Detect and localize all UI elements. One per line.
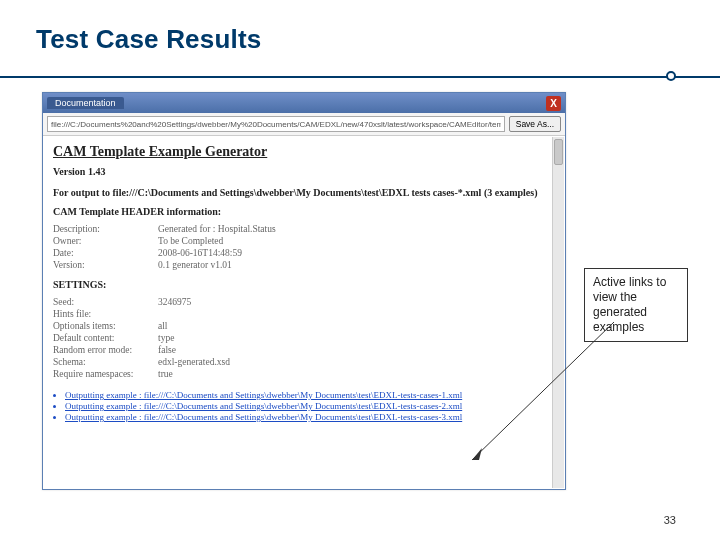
kv-val: Generated for : Hospital.Status xyxy=(158,223,282,235)
callout-box: Active links to view the generated examp… xyxy=(584,268,688,342)
table-row: Random error mode:false xyxy=(53,344,236,356)
table-row: Optionals items:all xyxy=(53,320,236,332)
kv-val: 0.1 generator v1.01 xyxy=(158,259,282,271)
table-row: Date:2008-06-16T14:48:59 xyxy=(53,247,282,259)
doc-output-line: For output to file:///C:\Documents and S… xyxy=(53,187,555,198)
table-row: Default content:type xyxy=(53,332,236,344)
kv-val: all xyxy=(158,320,236,332)
generated-link[interactable]: Outputting example : file:///C:\Document… xyxy=(65,390,555,400)
kv-key: Schema: xyxy=(53,356,158,368)
kv-key: Owner: xyxy=(53,235,158,247)
kv-key: Default content: xyxy=(53,332,158,344)
kv-key: Seed: xyxy=(53,296,158,308)
kv-key: Optionals items: xyxy=(53,320,158,332)
generated-links-list: Outputting example : file:///C:\Document… xyxy=(65,390,555,422)
header-info-table: Description:Generated for : Hospital.Sta… xyxy=(53,223,282,271)
settings-table: Seed:3246975 Hints file: Optionals items… xyxy=(53,296,236,380)
kv-val: true xyxy=(158,368,236,380)
kv-val: To be Completed xyxy=(158,235,282,247)
page-number: 33 xyxy=(664,514,676,526)
address-input[interactable] xyxy=(47,116,505,132)
table-row: Seed:3246975 xyxy=(53,296,236,308)
generated-link[interactable]: Outputting example : file:///C:\Document… xyxy=(65,412,555,422)
title-rule-node xyxy=(666,71,676,81)
panel-tab[interactable]: Documentation xyxy=(47,97,124,109)
doc-version: Version 1.43 xyxy=(53,166,555,177)
kv-key: Description: xyxy=(53,223,158,235)
table-row: Require namespaces:true xyxy=(53,368,236,380)
kv-key: Version: xyxy=(53,259,158,271)
kv-key: Require namespaces: xyxy=(53,368,158,380)
table-row: Owner:To be Completed xyxy=(53,235,282,247)
doc-heading: CAM Template Example Generator xyxy=(53,144,555,160)
kv-val: false xyxy=(158,344,236,356)
kv-key: Random error mode: xyxy=(53,344,158,356)
slide-title: Test Case Results xyxy=(36,24,684,55)
kv-val: 2008-06-16T14:48:59 xyxy=(158,247,282,259)
table-row: Description:Generated for : Hospital.Sta… xyxy=(53,223,282,235)
header-info-title: CAM Template HEADER information: xyxy=(53,206,555,217)
table-row: Hints file: xyxy=(53,308,236,320)
settings-title: SETTINGS: xyxy=(53,279,555,290)
documentation-panel: Documentation X Save As... CAM Template … xyxy=(42,92,566,490)
close-icon[interactable]: X xyxy=(546,96,561,111)
title-rule xyxy=(0,76,720,78)
generated-link[interactable]: Outputting example : file:///C:\Document… xyxy=(65,401,555,411)
kv-val: 3246975 xyxy=(158,296,236,308)
kv-val: type xyxy=(158,332,236,344)
table-row: Version:0.1 generator v1.01 xyxy=(53,259,282,271)
table-row: Schema:edxl-generated.xsd xyxy=(53,356,236,368)
panel-body: CAM Template Example Generator Version 1… xyxy=(43,136,565,488)
panel-address-bar: Save As... xyxy=(43,113,565,136)
kv-val xyxy=(158,308,236,320)
panel-header: Documentation X xyxy=(43,93,565,113)
kv-key: Hints file: xyxy=(53,308,158,320)
kv-key: Date: xyxy=(53,247,158,259)
kv-val: edxl-generated.xsd xyxy=(158,356,236,368)
save-as-button[interactable]: Save As... xyxy=(509,116,561,132)
